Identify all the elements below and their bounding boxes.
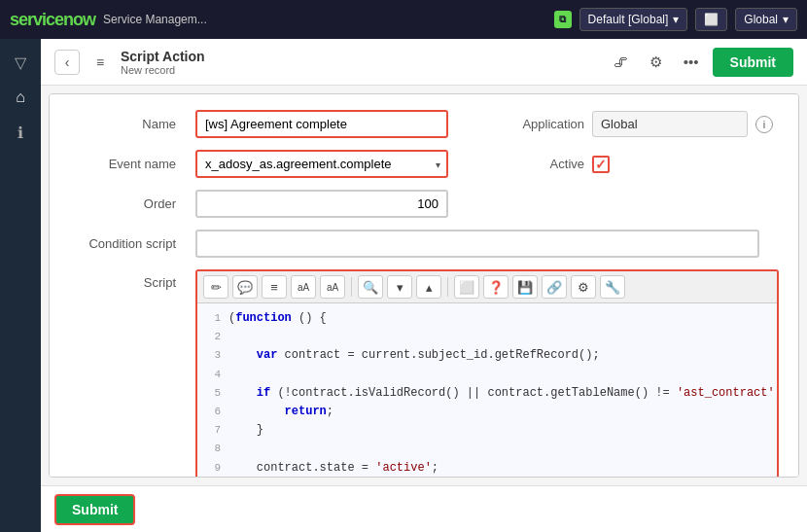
active-checkbox-wrapper: ✓ <box>592 156 610 173</box>
toolbar-up-btn[interactable]: ▴ <box>416 275 441 299</box>
toolbar-expand-btn[interactable]: ⬜ <box>454 275 479 299</box>
main-layout: ▽ ⌂ ℹ ‹ ≡ Script Action New record 🖇 ⚙ •… <box>0 39 807 532</box>
name-input[interactable] <box>195 110 448 138</box>
logo: servicenow <box>10 10 95 30</box>
info-icon[interactable]: i <box>755 116 773 133</box>
order-row: Order <box>69 190 779 218</box>
toolbar-case2-btn[interactable]: aA <box>320 275 345 299</box>
top-navbar: servicenow Service Managem... ⧉ Default … <box>0 0 807 39</box>
code-line-2: 2 <box>197 328 777 346</box>
name-label: Name <box>69 117 176 131</box>
chevron-down-icon: ▾ <box>783 13 789 26</box>
code-line-9: 9 contract.state = 'active'; <box>197 459 777 478</box>
copy-icon[interactable]: ⧉ <box>554 11 572 28</box>
record-title-main: Script Action <box>121 49 205 64</box>
sidebar-info-icon[interactable]: ℹ <box>5 117 36 148</box>
event-name-row: Event name x_adosy_as.agreement.complete… <box>69 150 779 178</box>
sub-header-right: 🖇 ⚙ ••• Submit <box>608 48 793 77</box>
back-button[interactable]: ‹ <box>54 50 80 75</box>
active-label: Active <box>507 157 584 171</box>
code-line-4: 4 <box>197 366 777 384</box>
event-name-wrapper: x_adosy_as.agreement.complete ▾ <box>195 150 448 178</box>
script-section: Script ✏ 💬 ≡ aA aA 🔍 ▾ ▴ ⬜ <box>69 269 779 478</box>
toolbar-divider-2 <box>447 277 448 297</box>
script-label: Script <box>69 269 176 290</box>
toolbar-down-btn[interactable]: ▾ <box>387 275 412 299</box>
bottom-bar: Submit <box>41 485 807 532</box>
chevron-down-icon: ▾ <box>673 13 679 26</box>
order-input[interactable] <box>195 190 448 218</box>
toolbar-comment-btn[interactable]: 💬 <box>232 275 258 299</box>
content-area: ‹ ≡ Script Action New record 🖇 ⚙ ••• Sub… <box>41 39 807 532</box>
more-button[interactable]: ••• <box>678 49 705 76</box>
code-line-5: 5 if (!contract.isValidRecord() || contr… <box>197 384 777 403</box>
active-section: Active ✓ <box>507 156 610 173</box>
script-toolbar: ✏ 💬 ≡ aA aA 🔍 ▾ ▴ ⬜ ❓ 💾 🔗 <box>197 271 777 303</box>
default-global-dropdown[interactable]: Default [Global] ▾ <box>579 8 688 31</box>
record-title-sub: New record <box>121 64 205 76</box>
toolbar-gear2-btn[interactable]: 🔧 <box>600 275 625 299</box>
sidebar-home-icon[interactable]: ⌂ <box>5 82 36 113</box>
sub-header-left: ‹ ≡ Script Action New record <box>54 49 205 76</box>
sub-header: ‹ ≡ Script Action New record 🖇 ⚙ ••• Sub… <box>41 39 807 86</box>
condition-script-input[interactable] <box>195 230 759 258</box>
event-name-select[interactable]: x_adosy_as.agreement.complete <box>195 150 448 178</box>
application-section: Application Global i <box>507 111 773 137</box>
toolbar-case-btn[interactable]: aA <box>291 275 316 299</box>
submit-button-top[interactable]: Submit <box>713 48 793 77</box>
sidebar-filter-icon[interactable]: ▽ <box>5 47 36 78</box>
active-checkbox[interactable]: ✓ <box>592 156 610 173</box>
toolbar-list-btn[interactable]: ≡ <box>262 275 287 299</box>
toolbar-divider-1 <box>351 277 352 297</box>
app-title: Service Managem... <box>103 13 546 26</box>
code-line-1: 1 (function () { <box>197 309 777 328</box>
toolbar-link-btn[interactable]: 🔗 <box>542 275 567 299</box>
script-editor-wrapper: ✏ 💬 ≡ aA aA 🔍 ▾ ▴ ⬜ ❓ 💾 🔗 <box>195 269 779 478</box>
condition-script-row: Condition script <box>69 230 779 258</box>
global-scope-dropdown[interactable]: Global ▾ <box>735 8 797 31</box>
order-label: Order <box>69 196 176 211</box>
form-area: Name Application Global i Event name x_a… <box>49 93 799 478</box>
toolbar-search-btn[interactable]: 🔍 <box>358 275 383 299</box>
code-line-8: 8 <box>197 440 777 458</box>
name-row: Name Application Global i <box>69 110 779 138</box>
toolbar-config-btn[interactable]: ⚙ <box>571 275 596 299</box>
code-line-6: 6 return; <box>197 403 777 421</box>
event-name-label: Event name <box>69 157 176 171</box>
checkmark-icon: ✓ <box>595 157 607 172</box>
condition-script-label: Condition script <box>69 236 176 251</box>
record-title: Script Action New record <box>121 49 205 76</box>
application-label: Application <box>507 117 584 131</box>
toolbar-draw-btn[interactable]: ✏ <box>203 275 228 299</box>
application-field: Global <box>592 111 748 137</box>
code-line-7: 7 } <box>197 421 777 440</box>
submit-button-bottom[interactable]: Submit <box>54 494 135 525</box>
logo-text: servicenow <box>10 10 95 30</box>
toolbar-help-btn[interactable]: ❓ <box>483 275 509 299</box>
settings-button[interactable]: ⚙ <box>643 49 670 76</box>
code-line-3: 3 var contract = current.subject_id.getR… <box>197 346 777 365</box>
sidebar: ▽ ⌂ ℹ <box>0 39 41 532</box>
window-toggle-btn[interactable]: ⬜ <box>695 8 727 31</box>
attach-button[interactable]: 🖇 <box>608 49 635 76</box>
toolbar-save-btn[interactable]: 💾 <box>512 275 538 299</box>
menu-button[interactable]: ≡ <box>88 50 113 75</box>
code-editor[interactable]: 1 (function () { 2 3 var contract = curr… <box>197 303 777 478</box>
